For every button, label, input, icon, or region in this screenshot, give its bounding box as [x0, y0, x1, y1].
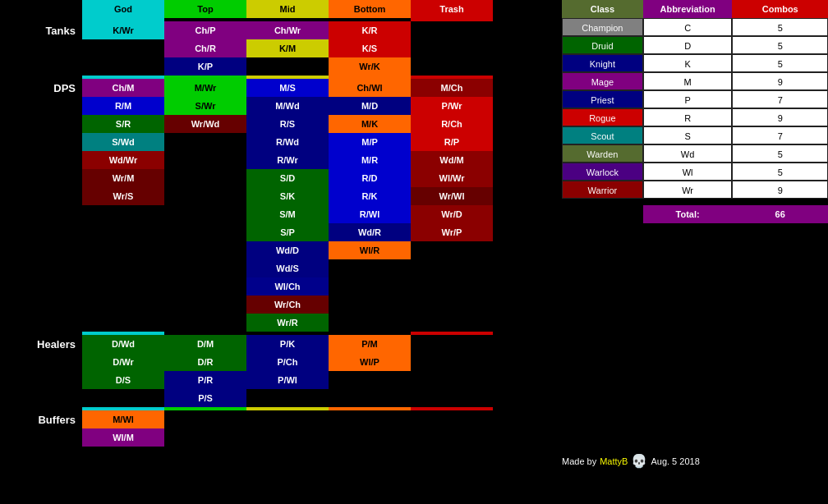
dps-row-6: Wr/M S/D R/D Wl/Wr [0, 169, 559, 187]
author-name: MattyB [600, 456, 628, 466]
footer: Made by MattyB 💀 Aug. 5 2018 [562, 223, 828, 469]
right-row-warlock: Warlock Wl 5 [562, 163, 828, 181]
right-row-druid: Druid D 5 [562, 36, 828, 54]
healers-row-2: D/Wr D/R P/Ch Wl/P [0, 353, 559, 371]
right-row-rogue: Rogue R 9 [562, 108, 828, 126]
total-label: Total: [643, 205, 733, 223]
right-row-priest: Priest P 7 [562, 90, 828, 108]
header-god: God [82, 0, 164, 18]
tanks-top-1: Ch/P [164, 21, 246, 39]
dps-row-10: Wd/D Wl/R [0, 241, 559, 259]
dps-row-1: DPS Ch/M M/Wr M/S Ch/Wl M/Ch [0, 79, 559, 97]
right-table-header: Class Abbreviation Combos [562, 0, 828, 18]
dps-row-14: Wr/R [0, 314, 559, 332]
tanks-row-3: K/P Wr/K [0, 57, 559, 76]
dps-label: DPS [0, 79, 82, 97]
dps-row-5: Wd/Wr R/Wr M/R Wd/M [0, 151, 559, 169]
main-container: God Top Mid Bottom Trash Tanks K/Wr Ch/P… [0, 0, 828, 469]
header-mid: Mid [246, 0, 329, 18]
right-row-scout: Scout S 7 [562, 126, 828, 144]
tanks-row-1: Tanks K/Wr Ch/P Ch/Wr K/R [0, 21, 559, 39]
right-header-class: Class [562, 0, 643, 18]
dps-row-12: Wl/Ch [0, 277, 559, 296]
right-row-mage: Mage M 9 [562, 72, 828, 90]
buffers-label: Buffers [0, 410, 82, 428]
right-header-abbr: Abbreviation [643, 0, 733, 18]
dps-row-9: S/P Wd/R Wr/P [0, 223, 559, 241]
dps-row-7: Wr/S S/K R/K Wr/Wl [0, 187, 559, 205]
total-value: 66 [732, 205, 828, 223]
row-label-header [0, 0, 82, 18]
date-text: Aug. 5 2018 [651, 456, 699, 466]
right-total-row: Total: 66 [562, 205, 828, 223]
tanks-god-1: K/Wr [82, 21, 164, 39]
right-row-warrior: Warrior Wr 9 [562, 181, 828, 199]
buffers-row-2: Wl/M [0, 428, 559, 447]
made-by-text: Made by [562, 456, 596, 466]
healers-row-4: P/S [0, 389, 559, 407]
tanks-trash-1 [411, 21, 493, 39]
dps-row-13: Wr/Ch [0, 296, 559, 314]
dps-row-8: S/M R/Wl Wr/D [0, 205, 559, 223]
tanks-row-2: Ch/R K/M K/S [0, 39, 559, 57]
dps-row-4: S/Wd R/Wd M/P R/P [0, 133, 559, 151]
dps-row-3: S/R Wr/Wd R/S M/K R/Ch [0, 115, 559, 133]
right-row-champion: Champion C 5 [562, 18, 828, 36]
right-row-knight: Knight K 5 [562, 54, 828, 72]
dps-row-2: R/M S/Wr M/Wd M/D P/Wr [0, 97, 559, 115]
healers-row-3: D/S P/R P/Wl [0, 371, 559, 389]
tanks-bottom-1: K/R [329, 21, 411, 39]
header-row: God Top Mid Bottom Trash [0, 0, 559, 18]
header-bottom: Bottom [329, 0, 411, 18]
buffers-row-1: Buffers M/Wl [0, 410, 559, 428]
right-section: Class Abbreviation Combos Champion C 5 D… [559, 0, 828, 469]
left-section: God Top Mid Bottom Trash Tanks K/Wr Ch/P… [0, 0, 559, 469]
tanks-label: Tanks [0, 21, 82, 39]
header-trash: Trash [411, 0, 493, 18]
dps-row-11: Wd/S [0, 259, 559, 277]
skull-icon: 💀 [631, 453, 647, 469]
right-header-combos: Combos [732, 0, 828, 18]
tanks-mid-1: Ch/Wr [246, 21, 329, 39]
right-row-warden: Warden Wd 5 [562, 144, 828, 163]
healers-label: Healers [0, 335, 82, 353]
header-top: Top [164, 0, 246, 18]
healers-row-1: Healers D/Wd D/M P/K P/M [0, 335, 559, 353]
